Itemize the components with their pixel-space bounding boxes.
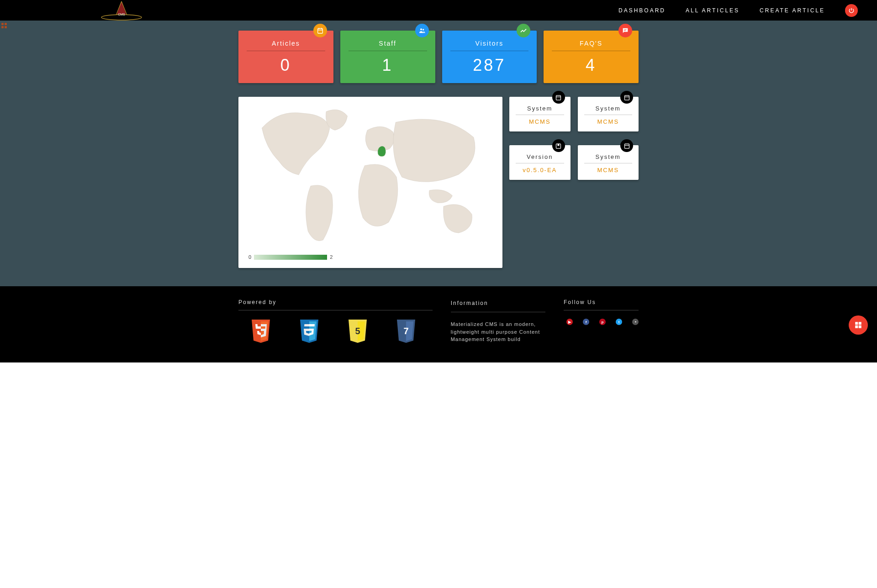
people-icon [415,24,429,37]
stat-title: Staff [349,40,427,51]
social-row: ▶ f p t ∘ [564,319,639,325]
info-value: MCMS [584,167,633,173]
svg-rect-19 [624,144,629,148]
info-cards-grid: System MCMS System MCMS Version v0.5.0-E… [509,97,639,180]
svg-rect-23 [855,322,858,325]
css3-icon [298,319,321,344]
fab-button[interactable] [849,315,868,335]
footer-powered-title: Powered by [238,299,433,310]
legend-min: 0 [248,254,251,260]
bookmark-icon [552,139,565,152]
svg-rect-16 [624,95,629,100]
info-card-version[interactable]: Version v0.5.0-EA [509,145,571,180]
tech-logos: 5 7 [238,319,433,344]
stat-card-articles[interactable]: Articles 0 [238,31,333,83]
svg-point-10 [420,28,422,30]
info-card-system-3[interactable]: System MCMS [578,145,639,180]
footer-information: Information Materialized CMS is an moder… [451,299,545,344]
stat-title: Articles [247,40,325,51]
info-value: MCMS [584,118,633,125]
svg-rect-3 [5,23,7,25]
pinterest-icon[interactable]: p [599,319,606,325]
svg-rect-6 [317,28,322,33]
info-value: v0.5.0-EA [516,167,564,173]
svg-rect-2 [1,23,4,25]
footer: Powered by 5 [0,286,877,362]
grid-menu-icon[interactable] [1,22,7,31]
logout-button[interactable] [845,4,858,17]
svg-text:7: 7 [403,326,408,336]
event-icon [313,24,327,37]
footer-follow-title: Follow Us [564,299,639,310]
legend-max: 2 [330,254,333,260]
nav-create-article[interactable]: CREATE ARTICLE [760,7,825,14]
footer-powered-by: Powered by 5 [238,299,433,344]
info-title: System [584,105,633,115]
svg-rect-14 [556,95,561,100]
info-card-system-2[interactable]: System MCMS [578,97,639,131]
footer-info-title: Information [451,299,545,312]
stat-value: 0 [247,56,325,75]
footer-info-body: Materialized CMS is an modern, lightweig… [451,320,545,343]
event-icon [552,91,565,104]
svg-rect-25 [855,326,858,328]
svg-rect-5 [5,26,7,28]
map-legend: 0 2 [248,254,333,260]
event-icon [620,139,633,152]
row-map-info: 0 2 System MCMS Syste [238,97,639,268]
svg-rect-26 [859,326,861,328]
legend-gradient [254,255,327,260]
stat-title: FAQ'S [552,40,630,51]
svg-rect-4 [1,26,4,28]
stat-title: Visitors [450,40,529,51]
info-title: System [584,153,633,163]
world-map[interactable] [245,104,496,250]
stat-value: 1 [349,56,427,75]
social-other-icon[interactable]: ∘ [632,319,639,325]
info-card-system[interactable]: System MCMS [509,97,571,131]
stat-row: Articles 0 Staff 1 Visitors 287 [238,31,639,83]
footer-follow-us: Follow Us ▶ f p t ∘ [564,299,639,344]
event-icon [620,91,633,104]
info-title: System [516,105,564,115]
world-map-card: 0 2 [238,97,502,268]
svg-rect-24 [859,322,861,325]
stat-value: 4 [552,56,630,75]
topbar: CMS DASHBOARD ALL ARTICLES CREATE ARTICL… [0,0,877,21]
facebook-icon[interactable]: f [583,319,589,325]
svg-text:5: 5 [355,326,360,336]
nav-all-articles[interactable]: ALL ARTICLES [686,7,740,14]
trend-icon [517,24,530,37]
stat-value: 287 [450,56,529,75]
svg-point-11 [423,29,424,30]
app-logo[interactable]: CMS [100,0,143,21]
info-title: Version [516,153,564,163]
html5-icon [249,319,272,344]
nav-links: DASHBOARD ALL ARTICLES CREATE ARTICLE [618,4,858,17]
nav-dashboard[interactable]: DASHBOARD [618,7,666,14]
stat-card-visitors[interactable]: Visitors 287 [442,31,537,83]
main-content: Articles 0 Staff 1 Visitors 287 [0,21,877,286]
info-value: MCMS [516,118,564,125]
twitter-icon[interactable]: t [616,319,622,325]
framework-icon: 7 [395,319,417,344]
stat-card-staff[interactable]: Staff 1 [340,31,435,83]
chat-icon [618,24,632,37]
svg-text:CMS: CMS [118,13,125,16]
stat-card-faqs[interactable]: FAQ'S 4 [544,31,639,83]
youtube-icon[interactable]: ▶ [566,319,573,325]
js-icon: 5 [346,319,369,344]
